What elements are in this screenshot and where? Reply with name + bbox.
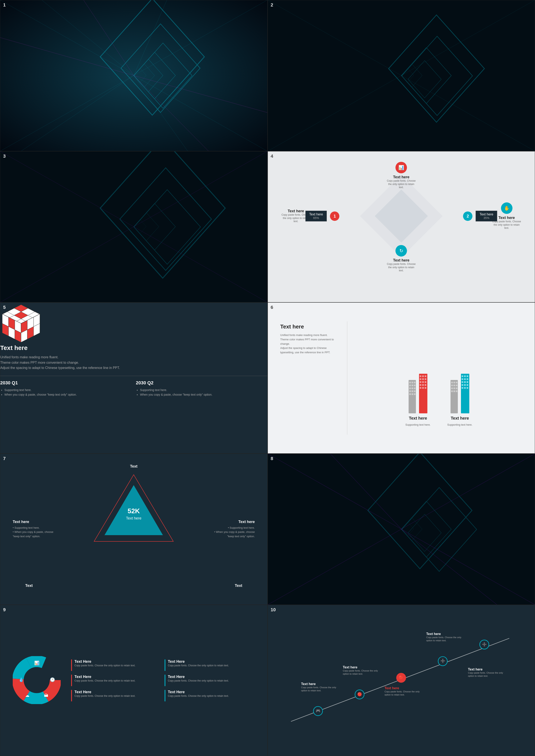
building1-label: Text here [409, 416, 427, 421]
svg-rect-86 [420, 378, 421, 380]
right-text-3: Text Here Copy paste fonts. Choose the o… [168, 690, 229, 698]
svg-rect-109 [453, 390, 455, 392]
slide-number-9: 9 [3, 607, 6, 612]
quarters: 2030 Q1 Supporting text here. When you c… [0, 380, 268, 397]
svg-rect-79 [409, 393, 411, 395]
slide-5-text: Text here Unified fonts make reading mor… [0, 344, 268, 397]
svg-rect-114 [466, 376, 468, 377]
q1-item-2: When you copy & paste, choose "keep text… [4, 392, 132, 397]
q2-title: 2030 Q2 [136, 380, 267, 386]
q1-item-1: Supporting text here. [4, 388, 132, 392]
svg-text:➕: ➕ [482, 642, 487, 647]
svg-rect-85 [425, 376, 426, 377]
triangle-area: Text 52K Text here Text Te [13, 464, 255, 594]
right-text-1: Text Here Copy paste fonts. Choose the o… [168, 659, 229, 667]
svg-rect-123 [466, 384, 468, 386]
left-label-1: Text Here [74, 659, 135, 664]
pie-chart-wrap: 📊 🕐 🏔 ☁ 💧 [13, 656, 61, 705]
svg-rect-75 [414, 387, 415, 389]
tl-item-1: Text here Copy paste fonts. Choose the o… [301, 682, 339, 692]
slide-number-3: 3 [3, 154, 6, 159]
svg-text:52K: 52K [127, 507, 140, 515]
building2-svg [449, 372, 470, 413]
svg-text:📊: 📊 [34, 660, 40, 665]
right-desc-3: Copy paste fonts. Choose the only option… [168, 694, 229, 698]
bar-right-1 [165, 659, 165, 671]
d-label-bottom: Text here [386, 258, 417, 263]
d-desc-top: Copy paste fonts. Choose the only option… [386, 179, 417, 189]
tl-label-3: Text here [385, 686, 422, 690]
d-desc-bottom: Copy paste fonts. Choose the only option… [386, 263, 417, 272]
svg-rect-72 [414, 384, 415, 386]
tunnel-bg-3 [0, 152, 268, 302]
triangle-right-text: Text here • Supporting text here. • When… [213, 520, 255, 539]
num-badge-2: 2 [463, 211, 472, 221]
svg-rect-122 [464, 384, 466, 386]
bar-right-2 [165, 675, 165, 686]
right-item-3: Text Here Copy paste fonts. Choose the o… [165, 690, 255, 701]
slide-number-1: 1 [3, 2, 6, 8]
q1-title: 2030 Q1 [0, 380, 132, 386]
box1: Text here 65% [305, 210, 327, 221]
slide-9-list: Text Here Copy paste fonts. Choose the o… [71, 659, 255, 701]
triangle-svg-wrap: 52K Text here [92, 473, 175, 544]
bar-left-3 [71, 690, 72, 701]
slide-9-content: 📊 🕐 🏔 ☁ 💧 Text Here [0, 605, 268, 756]
pie-chart-svg: 📊 🕐 🏔 ☁ 💧 [13, 656, 61, 704]
slide-6-title: Text here [280, 323, 339, 330]
left-desc-2: Copy paste fonts. Choose the only option… [74, 679, 135, 683]
triangle-left-label: Text here [13, 520, 54, 524]
d-icon-right: ✋ [501, 203, 513, 214]
bar-left-1 [71, 659, 72, 671]
slide-number-10: 10 [271, 607, 276, 612]
svg-rect-89 [420, 381, 421, 383]
svg-rect-78 [414, 390, 415, 392]
tl-item-4: Text here Copy paste fonts. Choose the o… [426, 632, 464, 642]
svg-text:🔴: 🔴 [399, 675, 404, 680]
building2-wrap: Text here Supporting text here. [447, 372, 472, 426]
timeline-svg: 🎮 🔴 🔴 ➕ ➕ [280, 618, 522, 743]
box1-area: Text here 65% 1 [305, 210, 340, 221]
svg-rect-83 [420, 376, 421, 377]
left-text-3: Text Here Copy paste fonts. Choose the o… [74, 690, 135, 698]
slide-3: 3 01 [0, 151, 268, 302]
svg-rect-101 [456, 382, 457, 383]
left-label-3: Text Here [74, 690, 135, 694]
svg-rect-90 [422, 381, 424, 383]
svg-rect-121 [462, 384, 463, 386]
tunnel-bg-2 [268, 0, 535, 151]
triangle-right-b2: • When you copy & paste, choose "keep te… [213, 530, 255, 539]
tl-desc-4: Copy paste fonts. Choose the only option… [426, 636, 464, 642]
slide-9: 9 📊 🕐 🏔 [0, 605, 268, 756]
d-icon-top: 📊 [395, 162, 407, 173]
left-col: Text Here Copy paste fonts. Choose the o… [71, 659, 161, 701]
slide-6: 6 Text here Unified fonts make reading m… [268, 302, 535, 454]
tl-label-1: Text here [301, 682, 339, 686]
bar-left-2 [71, 675, 72, 686]
slide-4: 4 📊 Text here Copy paste fonts. Choose t… [268, 151, 535, 302]
svg-rect-91 [425, 381, 426, 383]
d-item-top: 📊 Text here Copy paste fonts. Choose the… [386, 162, 417, 189]
svg-rect-110 [456, 390, 457, 392]
d-item-bottom: ↻ Text here Copy paste fonts. Choose the… [386, 245, 417, 272]
left-item-2: Text Here Copy paste fonts. Choose the o… [71, 675, 161, 686]
left-item-3: Text Here Copy paste fonts. Choose the o… [71, 690, 161, 701]
building2-label: Text here [451, 416, 469, 421]
slide-number-6: 6 [271, 305, 273, 310]
tl-desc-1: Copy paste fonts. Choose the only option… [301, 686, 339, 692]
svg-rect-92 [420, 384, 421, 386]
slide-number-2: 2 [271, 2, 273, 8]
svg-rect-76 [409, 390, 411, 392]
slide-number-7: 7 [3, 456, 6, 461]
right-item-1: Text Here Copy paste fonts. Choose the o… [165, 659, 255, 671]
triangle-left-b2: • When you copy & paste, choose "keep te… [13, 530, 54, 539]
svg-rect-67 [409, 382, 411, 383]
slide-7-content: Text 52K Text here Text Te [0, 454, 268, 604]
tl-item-5: Text here Copy paste fonts. Choose the o… [468, 668, 506, 678]
slide-9-grid: Text Here Copy paste fonts. Choose the o… [71, 659, 255, 701]
svg-rect-108 [451, 390, 453, 392]
svg-rect-96 [422, 387, 424, 389]
right-desc-2: Copy paste fonts. Choose the only option… [168, 679, 229, 683]
box2-label: Text here [480, 212, 493, 216]
slide-10-content: 🎮 🔴 🔴 ➕ ➕ Text here [268, 605, 535, 756]
